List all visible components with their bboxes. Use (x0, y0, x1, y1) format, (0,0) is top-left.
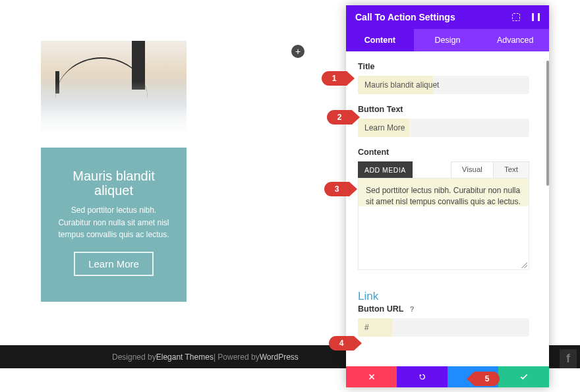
content-editor[interactable]: Sed porttitor lectus nibh. Curabitur non… (358, 178, 529, 270)
help-icon[interactable]: ? (410, 305, 415, 313)
label-button-text: Button Text (358, 105, 537, 114)
label-button-url-text: Button URL (358, 304, 403, 314)
footer-link-themes[interactable]: Elegant Themes (156, 352, 214, 362)
callout-3: 3 (324, 182, 349, 196)
editor-tab-text[interactable]: Text (493, 162, 529, 178)
footer-link-wp[interactable]: WordPress (260, 352, 299, 362)
panel-header[interactable]: Call To Action Settings (346, 5, 549, 29)
save-button[interactable] (498, 366, 549, 387)
page-preview: Mauris blandit aliquet Sed porttitor lec… (0, 0, 346, 392)
add-module-button[interactable]: + (291, 45, 304, 58)
hero-image (41, 41, 187, 132)
input-button-text[interactable] (358, 119, 529, 137)
tab-design[interactable]: Design (414, 29, 482, 51)
callout-4: 4 (329, 336, 354, 350)
section-link: Link (358, 290, 537, 303)
input-button-url[interactable] (358, 318, 529, 337)
editor-mode-tabs: Visual Text (451, 161, 529, 179)
panel-body: Title Button Text Content ADD MEDIA Visu… (346, 51, 549, 366)
cta-button[interactable]: Learn More (74, 252, 154, 276)
panel-action-bar (346, 366, 549, 387)
check-icon (519, 372, 529, 381)
cta-title: Mauris blandit aliquet (54, 169, 173, 198)
settings-panel: Call To Action Settings Content Design A… (346, 5, 549, 387)
callout-1: 1 (322, 71, 347, 86)
undo-button[interactable] (397, 366, 448, 387)
label-button-url: Button URL ? (358, 304, 537, 314)
scrollbar-thumb[interactable] (546, 61, 549, 186)
footer-prefix: Designed by (112, 352, 156, 362)
cta-body: Sed porttitor lectus nibh. Curabitur non… (54, 204, 173, 241)
snap-icon[interactable] (532, 13, 540, 21)
panel-tabs: Content Design Advanced (346, 29, 549, 51)
callout-2: 2 (327, 110, 352, 125)
expand-icon[interactable] (512, 13, 520, 21)
close-icon (367, 372, 376, 381)
discard-button[interactable] (346, 366, 397, 387)
callout-5: 5 (475, 372, 500, 386)
panel-title: Call To Action Settings (355, 12, 455, 22)
label-title: Title (358, 62, 537, 71)
label-content: Content (358, 148, 537, 157)
footer-mid: | Powered by (214, 352, 260, 362)
tab-content[interactable]: Content (346, 29, 414, 51)
facebook-icon[interactable]: f (560, 349, 577, 368)
undo-icon (418, 372, 427, 381)
tab-advanced[interactable]: Advanced (481, 29, 549, 51)
add-media-button[interactable]: ADD MEDIA (358, 161, 413, 179)
cta-module[interactable]: Mauris blandit aliquet Sed porttitor lec… (41, 148, 187, 302)
input-title[interactable] (358, 76, 529, 94)
editor-tab-visual[interactable]: Visual (451, 162, 493, 178)
